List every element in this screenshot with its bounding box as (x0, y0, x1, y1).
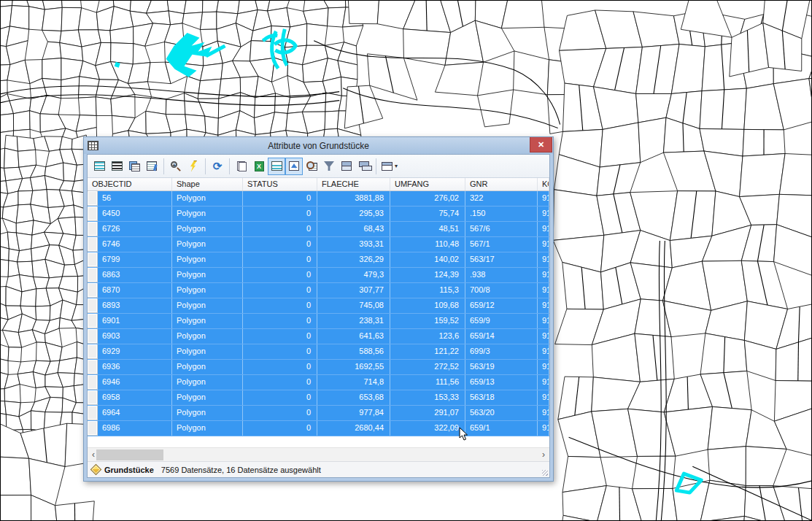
table-row[interactable]: 6958 Polygon 0 653,68 153,33 563/18 911 (88, 390, 549, 406)
table-dark-icon (112, 161, 123, 171)
table-row[interactable]: 6863 Polygon 0 479,3 124,39 .938 911 (88, 268, 549, 283)
cell-objectid: 6863 (98, 268, 172, 282)
row-selector-cell[interactable] (88, 298, 98, 313)
copy-button[interactable] (233, 158, 250, 175)
row-selector-cell[interactable] (88, 222, 98, 236)
row-selector-cell[interactable] (88, 390, 98, 405)
cell-kgn: 911 (538, 298, 549, 313)
cell-kgn: 911 (538, 314, 549, 328)
cell-status: 0 (243, 252, 317, 267)
row-selector-cell[interactable] (88, 421, 98, 436)
cell-kgn: 911 (538, 207, 549, 221)
table-row[interactable]: 56 Polygon 0 3881,88 276,02 322 911 (88, 191, 549, 207)
window-titlebar[interactable]: Attribute von Grundstücke ✕ (84, 137, 553, 154)
related-tables-button[interactable] (125, 158, 143, 175)
row-selector-cell[interactable] (88, 314, 98, 328)
table-layout-button[interactable]: ▾ (379, 158, 400, 175)
cell-kgn: 911 (538, 421, 549, 436)
scrollbar-thumb[interactable] (96, 449, 163, 460)
refresh-icon: ⟳ (213, 161, 223, 171)
row-selector-cell[interactable] (88, 191, 98, 206)
row-selector-cell[interactable] (88, 344, 98, 359)
zoom-in-button[interactable]: + (167, 158, 185, 175)
column-header-gnr[interactable]: GNR (465, 178, 538, 190)
funnel-icon (324, 161, 334, 171)
table-empty-area (88, 436, 549, 447)
row-selector-cell[interactable] (88, 207, 98, 221)
cell-status: 0 (243, 268, 317, 282)
filter-button[interactable] (320, 158, 338, 175)
table-row[interactable]: 6946 Polygon 0 714,8 111,56 659/13 911 (88, 375, 549, 390)
cell-objectid: 6986 (98, 421, 172, 436)
table-row[interactable]: 6450 Polygon 0 295,93 75,74 .150 911 (88, 207, 549, 222)
cell-flaeche: 307,77 (317, 283, 390, 298)
row-selector-cell[interactable] (88, 329, 98, 344)
attribute-table-window: Attribute von Grundstücke ✕ + ⟳ X (83, 136, 554, 482)
column-header-umfang[interactable]: UMFANG (390, 178, 465, 190)
rows-summary-button[interactable] (338, 158, 355, 175)
horizontal-scrollbar[interactable]: ‹ › (88, 447, 549, 461)
edit-attributes-button[interactable] (143, 158, 161, 175)
table-row[interactable]: 6726 Polygon 0 68,43 48,51 567/6 911 (88, 222, 549, 237)
row-selector-cell[interactable] (88, 268, 98, 282)
cell-objectid: 6946 (98, 375, 172, 390)
cell-umfang: 276,02 (390, 191, 465, 206)
cell-shape: Polygon (172, 283, 243, 298)
scroll-right-arrow[interactable]: › (538, 449, 549, 461)
cell-flaeche: 479,3 (317, 268, 390, 282)
flash-feature-button[interactable] (185, 158, 202, 175)
cell-kgn: 911 (538, 268, 549, 282)
toolbar-separator (205, 158, 206, 174)
rows-summary-offset-button[interactable] (355, 158, 373, 175)
table-header-row: OBJECTID Shape STATUS FLAECHE UMFANG GNR… (88, 178, 549, 191)
close-button[interactable]: ✕ (530, 137, 552, 153)
column-header-kgn[interactable]: KGN (538, 178, 549, 190)
table-row[interactable]: 6903 Polygon 0 641,63 123,6 659/14 911 (88, 329, 549, 344)
cell-kgn: 911 (538, 329, 549, 344)
row-selector-cell[interactable] (88, 375, 98, 390)
table-row[interactable]: 6936 Polygon 0 1692,55 272,52 563/19 911 (88, 360, 549, 375)
related-tables-icon (129, 161, 140, 171)
row-selector-cell[interactable] (88, 406, 98, 420)
cell-gnr: 567/1 (465, 237, 538, 252)
cell-flaeche: 238,31 (317, 314, 390, 328)
cell-flaeche: 641,63 (317, 329, 390, 344)
row-selector-cell[interactable] (88, 252, 98, 267)
table-row[interactable]: 6964 Polygon 0 977,84 291,07 563/20 911 (88, 406, 549, 421)
cell-flaeche: 2680,44 (317, 421, 390, 436)
cell-gnr: 322 (465, 191, 538, 206)
table-row[interactable]: 6746 Polygon 0 393,31 110,48 567/1 911 (88, 237, 549, 252)
table-teal-icon (94, 161, 105, 171)
table-row[interactable]: 6986 Polygon 0 2680,44 322,09 659/1 911 (88, 421, 549, 436)
table-selection-icon (271, 161, 282, 171)
cell-flaeche: 295,93 (317, 207, 390, 221)
row-selector-cell[interactable] (88, 283, 98, 298)
table-row[interactable]: 6799 Polygon 0 326,29 140,02 563/17 911 (88, 252, 549, 268)
row-selector-cell[interactable] (88, 360, 98, 374)
cell-objectid: 6726 (98, 222, 172, 236)
cell-objectid: 6901 (98, 314, 172, 328)
row-selector-cell[interactable] (88, 237, 98, 252)
table-row[interactable]: 6929 Polygon 0 588,56 121,22 699/3 911 (88, 344, 549, 360)
column-header-flaeche[interactable]: FLAECHE (317, 178, 390, 190)
column-header-shape[interactable]: Shape (172, 178, 243, 190)
cell-kgn: 911 (538, 222, 549, 236)
toolbar-separator (229, 158, 230, 174)
refresh-button[interactable]: ⟳ (209, 158, 226, 175)
table-row[interactable]: 6893 Polygon 0 745,08 109,68 659/12 911 (88, 298, 549, 314)
column-header-objectid[interactable]: OBJECTID (88, 178, 172, 190)
show-all-records-button[interactable] (90, 158, 108, 175)
column-header-status[interactable]: STATUS (243, 178, 317, 190)
table-row[interactable]: 6870 Polygon 0 307,77 115,3 700/8 911 (88, 283, 549, 298)
cell-status: 0 (243, 375, 317, 390)
cell-shape: Polygon (172, 298, 243, 313)
cell-objectid: 6903 (98, 329, 172, 344)
show-selected-records-button[interactable] (108, 158, 125, 175)
export-excel-button[interactable]: X (250, 158, 268, 175)
zoom-to-selection-toggle-button[interactable] (285, 158, 303, 175)
table-row[interactable]: 6901 Polygon 0 238,31 159,52 659/9 911 (88, 314, 549, 329)
resize-grip[interactable] (542, 470, 548, 476)
find-in-table-button[interactable] (303, 158, 320, 175)
show-selection-toggle-button[interactable] (268, 158, 285, 175)
record-count-text: 7569 Datensätze, 16 Datensätze ausgewähl… (161, 466, 321, 474)
